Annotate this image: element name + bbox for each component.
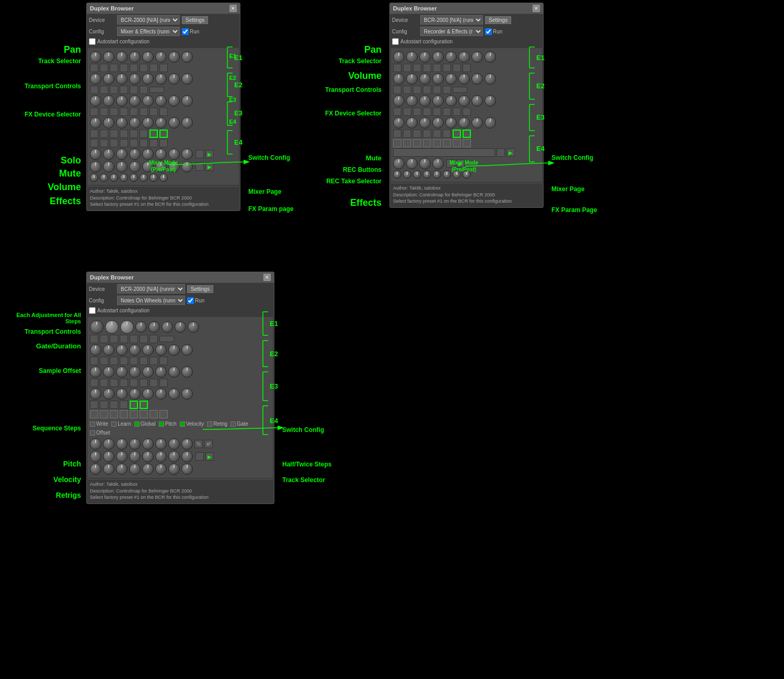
p2-tc6[interactable] bbox=[443, 86, 451, 94]
panel3-run-checkbox[interactable] bbox=[187, 297, 194, 304]
solo-btn1[interactable] bbox=[90, 130, 98, 138]
p3-k7[interactable] bbox=[175, 321, 186, 333]
p2-rectake-wide[interactable] bbox=[393, 148, 495, 157]
p3-seq2[interactable] bbox=[100, 410, 108, 418]
p2-mute5[interactable] bbox=[433, 130, 441, 138]
fx-btn5[interactable] bbox=[130, 108, 138, 116]
e4-knob7[interactable] bbox=[168, 117, 180, 128]
eff-arrow-btn[interactable]: ▶ bbox=[205, 162, 214, 171]
p3-g5[interactable] bbox=[142, 344, 154, 356]
eff-knob8[interactable] bbox=[181, 161, 193, 172]
p3-rk1[interactable] bbox=[90, 463, 101, 475]
p2-rec8[interactable] bbox=[463, 139, 471, 147]
p2-knob5[interactable] bbox=[445, 51, 457, 63]
p3-tc7[interactable] bbox=[149, 335, 158, 343]
p3-k4[interactable] bbox=[135, 321, 147, 333]
p2-mute2[interactable] bbox=[403, 130, 411, 138]
knob6[interactable] bbox=[155, 51, 167, 63]
e2-knob8[interactable] bbox=[181, 73, 193, 85]
p2-e4k8[interactable] bbox=[485, 117, 496, 128]
p3-twice-btn[interactable]: x² bbox=[204, 440, 213, 448]
ts-btn4[interactable] bbox=[120, 64, 128, 72]
p3-tc1[interactable] bbox=[90, 335, 98, 343]
fx-btn4[interactable] bbox=[120, 108, 128, 116]
ts-btn6[interactable] bbox=[140, 64, 148, 72]
p3-seq3[interactable] bbox=[110, 410, 118, 418]
p2-eff4[interactable] bbox=[432, 158, 444, 169]
p3-gs3[interactable] bbox=[110, 357, 118, 365]
mute-btn8[interactable] bbox=[159, 139, 168, 147]
eff-knob2[interactable] bbox=[103, 161, 114, 172]
p3-rk6[interactable] bbox=[155, 463, 167, 475]
p2-ts8[interactable] bbox=[463, 64, 471, 72]
p3-g3[interactable] bbox=[116, 344, 128, 356]
p3-e4k4[interactable] bbox=[129, 388, 141, 400]
p3-e4k1[interactable] bbox=[90, 388, 101, 400]
p3-half-btn[interactable]: ½ bbox=[194, 440, 203, 448]
mute-btn1[interactable] bbox=[90, 139, 98, 147]
p3-e4s3[interactable] bbox=[110, 401, 118, 409]
p3-rk4[interactable] bbox=[129, 463, 141, 475]
p3-g1[interactable] bbox=[90, 344, 101, 356]
p3-s8[interactable] bbox=[181, 366, 193, 378]
vol-knob2[interactable] bbox=[103, 148, 114, 160]
p3-seq8[interactable] bbox=[159, 410, 168, 418]
p3-big-k1[interactable] bbox=[90, 320, 103, 334]
panel3-settings-btn[interactable]: Settings bbox=[187, 285, 213, 293]
p3-g2[interactable] bbox=[103, 344, 114, 356]
p3-pk6[interactable] bbox=[155, 438, 167, 450]
eff-sm3[interactable] bbox=[110, 173, 118, 182]
p3-rk2[interactable] bbox=[103, 463, 114, 475]
p3-e4k3[interactable] bbox=[116, 388, 128, 400]
e2-knob1[interactable] bbox=[90, 73, 101, 85]
p2-ts7[interactable] bbox=[453, 64, 461, 72]
p2-e4k4[interactable] bbox=[432, 117, 444, 128]
p3-rk3[interactable] bbox=[116, 463, 128, 475]
p2-esm3[interactable] bbox=[413, 170, 421, 179]
vol-knob1[interactable] bbox=[90, 148, 101, 160]
knob1[interactable] bbox=[90, 51, 101, 63]
p3-vk5[interactable] bbox=[142, 451, 154, 462]
p3-ss4[interactable] bbox=[120, 379, 128, 387]
eff-sm8[interactable] bbox=[159, 173, 168, 182]
p3-gs1[interactable] bbox=[90, 357, 98, 365]
p2-fx5[interactable] bbox=[433, 108, 441, 116]
p2-mute4[interactable] bbox=[423, 130, 431, 138]
p3-vel-side[interactable] bbox=[195, 452, 204, 461]
p2-e4k7[interactable] bbox=[471, 117, 483, 128]
p3-gs4[interactable] bbox=[120, 357, 128, 365]
p3-vk3[interactable] bbox=[116, 451, 128, 462]
p2-knob6[interactable] bbox=[458, 51, 470, 63]
panel2-settings-btn[interactable]: Settings bbox=[485, 16, 511, 24]
p2-ts4[interactable] bbox=[423, 64, 431, 72]
cb-gate-box[interactable] bbox=[230, 422, 236, 427]
p2-eff2[interactable] bbox=[406, 158, 418, 169]
p2-knob1[interactable] bbox=[393, 51, 405, 63]
knob8[interactable] bbox=[181, 51, 193, 63]
p3-pk2[interactable] bbox=[103, 438, 114, 450]
p2-e3k8[interactable] bbox=[485, 95, 496, 107]
p3-seq1[interactable] bbox=[90, 410, 98, 418]
p2-mm2[interactable] bbox=[463, 130, 471, 138]
p2-eff3[interactable] bbox=[419, 158, 431, 169]
p2-e3k6[interactable] bbox=[458, 95, 470, 107]
p3-seq6[interactable] bbox=[140, 410, 148, 418]
p3-gs6[interactable] bbox=[140, 357, 148, 365]
mute-btn2[interactable] bbox=[100, 139, 108, 147]
p2-e3k3[interactable] bbox=[419, 95, 431, 107]
solo-btn5[interactable] bbox=[130, 130, 138, 138]
p3-big-k2[interactable] bbox=[105, 320, 119, 334]
p3-vk1[interactable] bbox=[90, 451, 101, 462]
p2-e4k1[interactable] bbox=[393, 117, 405, 128]
p2-tc5[interactable] bbox=[433, 86, 441, 94]
knob3[interactable] bbox=[116, 51, 128, 63]
p3-seq7[interactable] bbox=[149, 410, 158, 418]
p3-pk8[interactable] bbox=[181, 438, 193, 450]
p3-pk4[interactable] bbox=[129, 438, 141, 450]
vol-knob7[interactable] bbox=[168, 148, 180, 160]
p2-rec7[interactable] bbox=[453, 139, 461, 147]
p2-e3k1[interactable] bbox=[393, 95, 405, 107]
p3-e4k7[interactable] bbox=[168, 388, 180, 400]
p3-e4-mm1[interactable] bbox=[130, 401, 138, 409]
panel1-config-select[interactable]: Mixer & Effects (running) bbox=[117, 27, 180, 36]
